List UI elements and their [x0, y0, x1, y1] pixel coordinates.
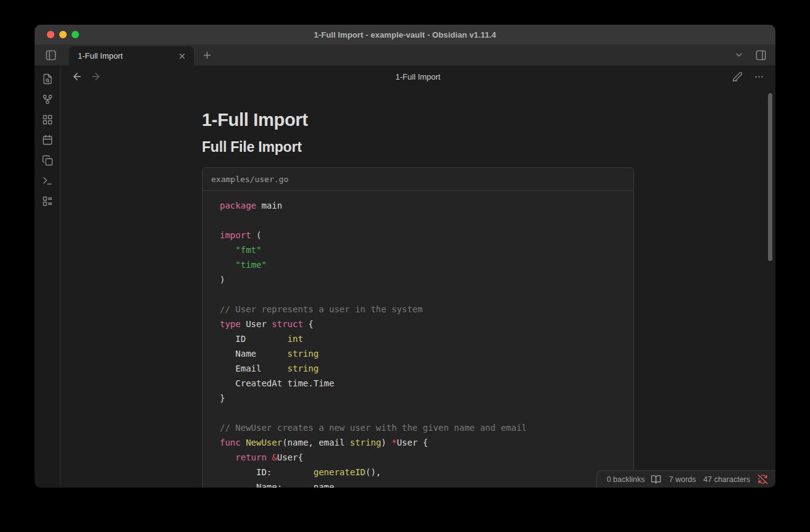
zoom-window-button[interactable]	[72, 31, 79, 38]
code-lines: package main import ( "fmt" "time") // U…	[203, 191, 633, 488]
chevron-down-icon[interactable]	[734, 50, 744, 60]
view-header-actions	[732, 72, 764, 82]
terminal-icon[interactable]	[39, 172, 56, 189]
status-bar: 0 backlinks 7 words 47 characters	[596, 470, 775, 488]
graph-icon[interactable]	[39, 91, 56, 108]
backlinks-count: 0 backlinks	[607, 475, 645, 484]
obsidian-window: 1-Full Import - example-vault - Obsidian…	[35, 25, 775, 488]
new-tab-button[interactable]	[198, 44, 216, 65]
tab-active[interactable]: 1-Full Import	[69, 46, 194, 65]
minimize-window-button[interactable]	[59, 31, 67, 38]
close-window-button[interactable]	[47, 31, 54, 38]
code-block-filename: examples/user.go	[203, 168, 633, 191]
book-open-icon	[651, 474, 661, 484]
editor[interactable]: 1-Full Import Full File Import examples/…	[61, 88, 775, 488]
view-header-title: 1-Full Import	[61, 72, 775, 81]
character-count-label: 47 characters	[703, 475, 750, 484]
sync-off-icon[interactable]	[758, 474, 768, 484]
backlinks-status[interactable]: 0 backlinks	[607, 474, 662, 484]
scrollbar-thumb[interactable]	[768, 93, 772, 261]
word-count-label: 7 words	[669, 475, 696, 484]
character-count[interactable]: 47 characters	[703, 475, 750, 484]
content-pane: 1-Full Import 1-Full Import Full File Im…	[61, 65, 775, 488]
tab-close-icon[interactable]	[175, 49, 189, 63]
tab-bar-right	[734, 44, 775, 65]
calendar-icon[interactable]	[39, 131, 56, 149]
screen: 1-Full Import - example-vault - Obsidian…	[0, 0, 810, 532]
file-search-icon[interactable]	[39, 70, 56, 88]
note-body: 1-Full Import Full File Import examples/…	[202, 88, 634, 488]
code-block: examples/user.go package main import ( "…	[202, 167, 634, 488]
note-title-h1: 1-Full Import	[202, 110, 634, 130]
arrow-right-icon[interactable]	[90, 71, 101, 82]
main-area: 1-Full Import 1-Full Import Full File Im…	[35, 65, 775, 488]
copy-icon[interactable]	[39, 152, 56, 169]
word-count[interactable]: 7 words	[669, 475, 696, 484]
tab-label: 1-Full Import	[78, 51, 123, 60]
right-sidebar-toggle-icon[interactable]	[755, 49, 767, 61]
layout-list-icon[interactable]	[39, 193, 56, 210]
ribbon	[35, 65, 61, 488]
nav-arrows	[72, 71, 101, 82]
edit-pencil-icon[interactable]	[732, 72, 743, 82]
arrow-left-icon[interactable]	[72, 71, 83, 82]
view-header: 1-Full Import	[61, 65, 775, 88]
more-options-icon[interactable]	[754, 72, 764, 82]
layout-grid-icon[interactable]	[39, 111, 56, 128]
titlebar: 1-Full Import - example-vault - Obsidian…	[35, 25, 775, 44]
window-title: 1-Full Import - example-vault - Obsidian…	[314, 30, 496, 39]
section-heading-h2: Full File Import	[202, 139, 634, 155]
traffic-lights	[47, 25, 79, 44]
tab-bar: 1-Full Import	[35, 44, 775, 65]
left-sidebar-toggle-icon[interactable]	[41, 44, 61, 65]
